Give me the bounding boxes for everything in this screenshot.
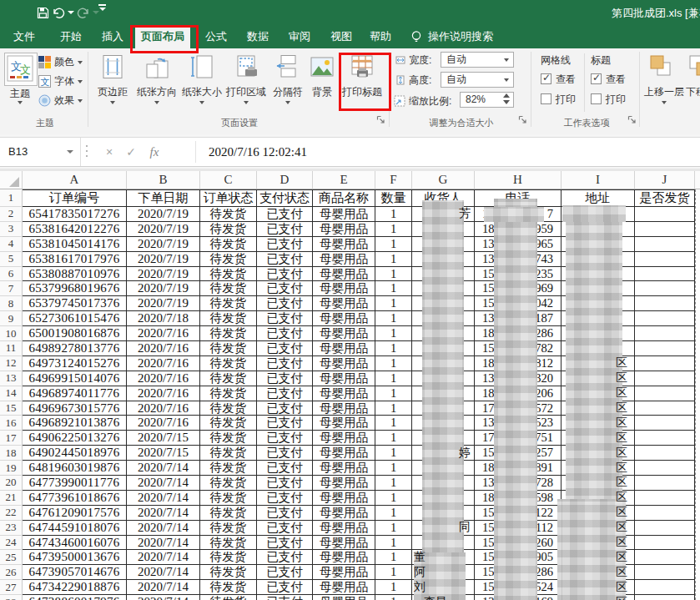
col-header-G[interactable]: G (412, 171, 475, 189)
cell-shipped[interactable] (635, 476, 695, 491)
name-box-caret-icon[interactable] (67, 150, 73, 154)
cell-status[interactable]: 待发货 (200, 461, 257, 476)
cell-qty[interactable]: 1 (375, 252, 412, 267)
tab-insert[interactable]: 插入 (93, 25, 132, 48)
cell-product[interactable]: 母婴用品 (313, 491, 375, 506)
cell-date[interactable]: 2020/7/14 (127, 565, 200, 580)
cell-qty[interactable]: 1 (375, 296, 412, 311)
row-number[interactable]: 15 (0, 401, 23, 416)
cell-status[interactable]: 待发货 (200, 536, 257, 551)
cell-order[interactable]: 65001908016876 (23, 326, 127, 341)
cell-qty[interactable]: 1 (375, 416, 412, 431)
header-cell-status[interactable]: 订单状态 (200, 189, 257, 207)
scale-spinner[interactable]: 82% (460, 92, 514, 108)
col-header-B[interactable]: B (127, 171, 200, 189)
cell-order[interactable]: 65381617017976 (23, 252, 127, 267)
col-header-E[interactable]: E (313, 171, 375, 189)
header-cell-pay[interactable]: 支付状态 (257, 189, 313, 207)
cell-product[interactable]: 母婴用品 (313, 386, 375, 401)
row-number[interactable]: 3 (0, 222, 23, 237)
tab-home[interactable]: 开始 (52, 25, 90, 48)
gridlines-view-checkbox[interactable] (541, 73, 551, 84)
cell-pay[interactable]: 已支付 (257, 550, 313, 565)
cell-product[interactable]: 母婴用品 (313, 356, 375, 371)
cell-status[interactable]: 待发货 (200, 595, 257, 600)
row-number[interactable]: 8 (0, 296, 23, 311)
cell-product[interactable]: 母婴用品 (313, 446, 375, 461)
col-header-A[interactable]: A (23, 171, 127, 189)
cell-qty[interactable]: 1 (375, 491, 412, 506)
row-number[interactable]: 21 (0, 491, 23, 506)
gridlines-print-checkbox[interactable] (541, 93, 551, 104)
cell-shipped[interactable] (635, 401, 695, 416)
cell-product[interactable]: 母婴用品 (313, 565, 375, 580)
cell-qty[interactable]: 1 (375, 506, 412, 521)
cell-date[interactable]: 2020/7/15 (127, 446, 200, 461)
cell-shipped[interactable] (635, 207, 695, 222)
cell-order[interactable]: 64969673015776 (23, 401, 127, 416)
row-number[interactable]: 25 (0, 550, 23, 565)
cell-order[interactable]: 64773990011776 (23, 476, 127, 491)
cell-shipped[interactable] (635, 491, 695, 506)
cell-qty[interactable]: 1 (375, 461, 412, 476)
cell-status[interactable]: 待发货 (200, 386, 257, 401)
cell-order[interactable]: 65381045014176 (23, 237, 127, 252)
paper-size-button[interactable] (189, 54, 214, 79)
cell-status[interactable]: 待发货 (200, 506, 257, 521)
spinner-arrows[interactable] (503, 93, 510, 107)
cell-product[interactable]: 母婴用品 (313, 296, 375, 311)
row-number[interactable]: 18 (0, 446, 23, 461)
cell-date[interactable]: 2020/7/19 (127, 207, 200, 222)
formula-input[interactable]: 2020/7/16 12:02:41 (209, 138, 307, 166)
select-all-corner[interactable] (0, 171, 23, 189)
print-area-button[interactable] (234, 54, 259, 79)
cell-product[interactable]: 母婴用品 (313, 461, 375, 476)
col-header-I[interactable]: I (562, 171, 635, 189)
row-number[interactable]: 20 (0, 476, 23, 491)
cell-date[interactable]: 2020/7/15 (127, 431, 200, 446)
cell-order[interactable]: 64968974011776 (23, 386, 127, 401)
row-number[interactable]: 22 (0, 506, 23, 521)
cell-status[interactable]: 待发货 (200, 281, 257, 296)
cell-product[interactable]: 母婴用品 (313, 536, 375, 551)
cell-pay[interactable]: 已支付 (257, 371, 313, 386)
cell-order[interactable]: 64743460016076 (23, 536, 127, 551)
row-number[interactable]: 7 (0, 281, 23, 296)
cell-pay[interactable]: 已支付 (257, 431, 313, 446)
cell-order[interactable]: 64773961018676 (23, 491, 127, 506)
background-button[interactable] (310, 54, 335, 79)
cell-status[interactable]: 待发货 (200, 491, 257, 506)
cell-date[interactable]: 2020/7/14 (127, 521, 200, 536)
cell-date[interactable]: 2020/7/14 (127, 491, 200, 506)
tab-formulas[interactable]: 公式 (197, 25, 235, 48)
cell-shipped[interactable] (635, 506, 695, 521)
cell-status[interactable]: 待发货 (200, 341, 257, 356)
cell-qty[interactable]: 1 (375, 207, 412, 222)
cell-shipped[interactable] (635, 521, 695, 536)
cell-date[interactable]: 2020/7/19 (127, 281, 200, 296)
cell-product[interactable]: 母婴用品 (313, 580, 375, 595)
scale-to-fit-dialog-launcher[interactable] (518, 115, 527, 124)
cell-qty[interactable]: 1 (375, 536, 412, 551)
cell-shipped[interactable] (635, 252, 695, 267)
cell-date[interactable]: 2020/7/19 (127, 252, 200, 267)
cell-shipped[interactable] (635, 416, 695, 431)
cell-status[interactable]: 待发货 (200, 401, 257, 416)
customize-qat-button[interactable] (98, 4, 106, 21)
cell-order[interactable]: 64989278013776 (23, 341, 127, 356)
col-header-H[interactable]: H (475, 171, 562, 189)
enter-button[interactable]: ✓ (122, 138, 140, 166)
row-number[interactable]: 17 (0, 431, 23, 446)
cancel-button[interactable]: × (100, 138, 118, 166)
cell-status[interactable]: 待发货 (200, 207, 257, 222)
cell-order[interactable]: 65380887010976 (23, 267, 127, 282)
cell-product[interactable]: 母婴用品 (313, 550, 375, 565)
cell-pay[interactable]: 已支付 (257, 536, 313, 551)
row-number[interactable]: 11 (0, 341, 23, 356)
row-number[interactable]: 19 (0, 461, 23, 476)
cell-date[interactable]: 2020/7/14 (127, 595, 200, 600)
undo-caret-icon[interactable] (68, 11, 74, 14)
cell-shipped[interactable] (635, 222, 695, 237)
cell-pay[interactable]: 已支付 (257, 521, 313, 536)
cell-shipped[interactable] (635, 565, 695, 580)
